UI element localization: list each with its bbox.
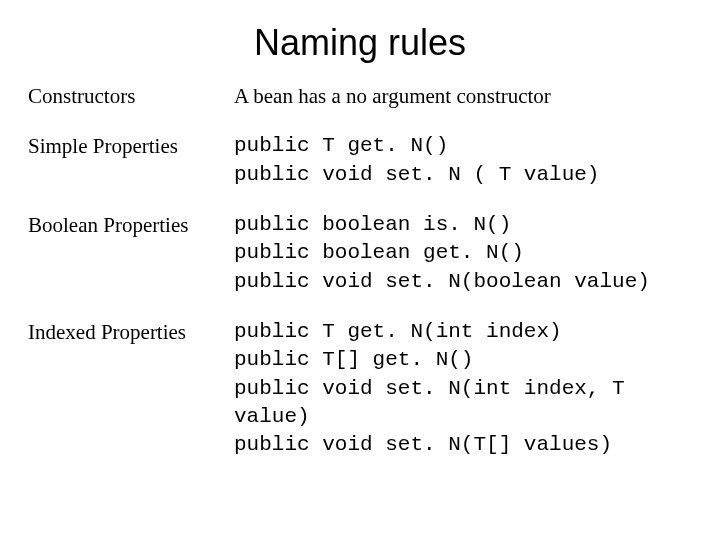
- row-value: public T get. N(int index) public T[] ge…: [234, 318, 692, 460]
- table-row: Constructors A bean has a no argument co…: [28, 82, 692, 110]
- row-label: Indexed Properties: [28, 318, 234, 346]
- row-value: public T get. N() public void set. N ( T…: [234, 132, 692, 189]
- row-value: public boolean is. N() public boolean ge…: [234, 211, 692, 296]
- table-row: Boolean Properties public boolean is. N(…: [28, 211, 692, 296]
- row-label: Boolean Properties: [28, 211, 234, 239]
- row-label: Simple Properties: [28, 132, 234, 160]
- slide-title: Naming rules: [28, 22, 692, 64]
- row-value: A bean has a no argument constructor: [234, 82, 692, 110]
- table-row: Indexed Properties public T get. N(int i…: [28, 318, 692, 460]
- row-label: Constructors: [28, 82, 234, 110]
- table-row: Simple Properties public T get. N() publ…: [28, 132, 692, 189]
